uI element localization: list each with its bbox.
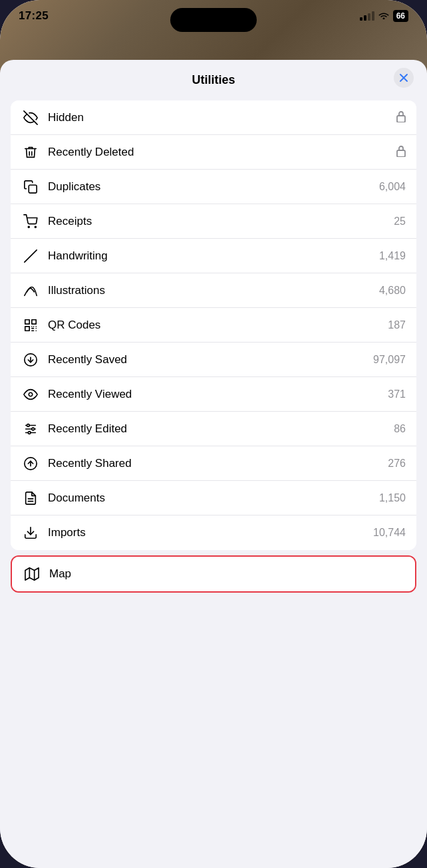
sheet-header: Utilities	[0, 60, 427, 95]
list-item-imports[interactable]: Imports 10,744	[11, 515, 416, 550]
qr-codes-label: QR Codes	[48, 319, 382, 332]
dynamic-island	[170, 8, 257, 32]
sliders-icon	[21, 422, 40, 436]
recently-edited-label: Recently Edited	[48, 422, 388, 436]
battery-level: 66	[396, 11, 405, 21]
svg-point-24	[32, 428, 35, 430]
svg-point-4	[28, 226, 29, 227]
documents-count: 1,150	[379, 492, 406, 504]
svg-rect-3	[29, 185, 37, 193]
list-item-qr-codes[interactable]: QR Codes 187	[11, 308, 416, 343]
list-item-handwriting[interactable]: Handwriting 1,419	[11, 239, 416, 273]
svg-marker-31	[25, 568, 39, 580]
doc-icon	[21, 491, 40, 506]
recently-edited-count: 86	[394, 423, 406, 435]
list-item-recently-viewed[interactable]: Recently Viewed 371	[11, 377, 416, 412]
hidden-lock-icon	[396, 110, 406, 125]
list-item-duplicates[interactable]: Duplicates 6,004	[11, 170, 416, 204]
map-label: Map	[49, 567, 404, 581]
svg-rect-8	[32, 319, 36, 323]
arrow-up-circle-icon	[21, 456, 40, 471]
svg-point-19	[29, 392, 33, 396]
duplicate-icon	[21, 180, 40, 194]
qr-codes-count: 187	[388, 319, 406, 331]
map-item-highlighted-wrapper: Map	[11, 555, 416, 593]
svg-point-5	[35, 226, 36, 227]
recently-deleted-lock-icon	[396, 145, 406, 160]
list-item-illustrations[interactable]: Illustrations 4,680	[11, 273, 416, 308]
status-icons: 66	[360, 10, 408, 22]
handwriting-count: 1,419	[379, 250, 406, 262]
close-button[interactable]	[394, 68, 414, 88]
svg-point-25	[28, 431, 31, 434]
sheet-container: Utilities	[0, 60, 427, 868]
hidden-label: Hidden	[48, 111, 396, 124]
list-item-documents[interactable]: Documents 1,150	[11, 481, 416, 515]
arrow-down-tray-icon	[21, 525, 40, 540]
list-item-receipts[interactable]: Receipts 25	[11, 204, 416, 239]
duplicates-count: 6,004	[379, 181, 406, 193]
illustrations-count: 4,680	[379, 285, 406, 297]
list-item-hidden[interactable]: Hidden	[11, 100, 416, 135]
phone-frame: 17:25 66 Utilities	[0, 0, 427, 868]
imports-count: 10,744	[373, 527, 406, 539]
wifi-icon	[378, 11, 389, 21]
trash-icon	[21, 145, 40, 160]
svg-rect-7	[25, 319, 29, 323]
sheet-title: Utilities	[192, 73, 235, 87]
receipts-label: Receipts	[48, 215, 388, 228]
arrow-down-circle-icon	[21, 353, 40, 367]
svg-rect-9	[25, 326, 29, 330]
recently-saved-count: 97,097	[373, 354, 406, 366]
svg-point-23	[27, 424, 30, 426]
recently-saved-label: Recently Saved	[48, 353, 368, 366]
battery-icon: 66	[393, 10, 408, 22]
eye-icon	[21, 387, 40, 402]
scribble-icon	[21, 283, 40, 298]
utilities-list: Hidden	[11, 100, 416, 550]
recently-shared-count: 276	[388, 458, 406, 470]
eye-slash-icon	[21, 110, 40, 125]
svg-rect-1	[397, 116, 405, 122]
pen-icon	[21, 249, 40, 263]
illustrations-label: Illustrations	[48, 284, 374, 297]
handwriting-label: Handwriting	[48, 249, 374, 263]
signal-icon	[360, 11, 374, 21]
documents-label: Documents	[48, 492, 374, 505]
recently-viewed-label: Recently Viewed	[48, 388, 382, 401]
recently-shared-label: Recently Shared	[48, 457, 382, 470]
phone-screen: 17:25 66 Utilities	[0, 0, 427, 868]
list-item-recently-edited[interactable]: Recently Edited 86	[11, 412, 416, 446]
status-time: 17:25	[19, 9, 49, 23]
recently-viewed-count: 371	[388, 388, 406, 400]
imports-label: Imports	[48, 526, 368, 539]
map-icon	[23, 567, 41, 581]
list-item-recently-deleted[interactable]: Recently Deleted	[11, 135, 416, 170]
cart-icon	[21, 214, 40, 229]
list-item-recently-saved[interactable]: Recently Saved 97,097	[11, 343, 416, 377]
list-item-recently-shared[interactable]: Recently Shared 276	[11, 446, 416, 481]
receipts-count: 25	[394, 216, 406, 227]
svg-rect-2	[397, 150, 405, 157]
qr-icon	[21, 318, 40, 333]
svg-line-6	[25, 249, 37, 261]
duplicates-label: Duplicates	[48, 180, 374, 194]
list-item-map[interactable]: Map	[12, 557, 415, 591]
recently-deleted-label: Recently Deleted	[48, 146, 396, 159]
